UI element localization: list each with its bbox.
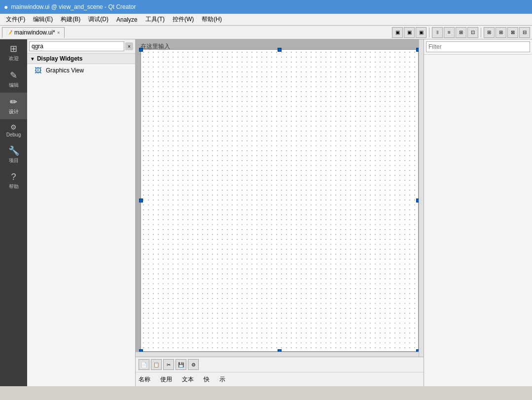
vscroll[interactable]: [419, 39, 424, 357]
sidebar-item-help[interactable]: ? 帮助: [0, 168, 27, 194]
tab-mainwindow[interactable]: 📝 mainwindow.ui* ×: [2, 27, 65, 38]
debug-icon: ⚙: [10, 123, 17, 131]
toolbar-btn-1[interactable]: ▣: [392, 27, 403, 38]
menu-edit[interactable]: 编辑(E): [29, 14, 57, 26]
sidebar-label-design: 设计: [9, 108, 19, 115]
titlebar: ● mainwindow.ui @ view_and_scene - Qt Cr…: [0, 0, 532, 14]
menu-help[interactable]: 帮助(H): [198, 14, 226, 26]
edit-icon: ✎: [10, 70, 17, 81]
bt-icon-2[interactable]: 📋: [151, 359, 162, 370]
title-text: mainwindow.ui @ view_and_scene - Qt Crea…: [11, 3, 136, 10]
tab-label: mainwindow.ui*: [14, 29, 55, 36]
sidebar-item-edit[interactable]: ✎ 编辑: [0, 66, 27, 93]
grid-icon: ⊞: [10, 43, 17, 54]
toolbar-btn-11[interactable]: ⊟: [519, 27, 530, 38]
bt-icon-4[interactable]: 💾: [176, 359, 186, 370]
col-text: 文本: [182, 375, 194, 384]
hscroll[interactable]: [136, 352, 419, 357]
handle-tc[interactable]: [278, 48, 282, 52]
col-use: 使用: [160, 375, 172, 384]
help-icon: ?: [11, 172, 16, 182]
toolbar-btn-4[interactable]: ⫴: [432, 27, 443, 38]
filter-input[interactable]: [426, 41, 530, 52]
sidebar-label-debug: Debug: [6, 132, 21, 137]
right-panel: [424, 39, 532, 386]
category-arrow-icon: ▼: [30, 56, 35, 62]
toolbar-btn-2[interactable]: ▣: [404, 27, 415, 38]
sidebar-item-welcome[interactable]: ⊞ 欢迎: [0, 39, 27, 66]
col-shortcut: 快: [204, 375, 210, 384]
sidebar-label-help: 帮助: [9, 183, 19, 190]
graphics-view-icon: 🖼: [33, 66, 43, 75]
bt-icon-5[interactable]: ⚙: [188, 359, 199, 370]
dot-grid: [141, 50, 418, 351]
widget-search-input[interactable]: [29, 41, 124, 51]
toolbar-btn-5[interactable]: ≡: [444, 27, 455, 38]
menu-tools[interactable]: 工具(T): [142, 14, 169, 26]
handle-ml[interactable]: [139, 199, 143, 202]
main-layout: ⊞ 欢迎 ✎ 编辑 ✏ 设计 ⚙ Debug 🔧 项目 ? 帮助 ×: [0, 39, 532, 386]
col-name: 名称: [139, 375, 150, 384]
title-icon: ●: [4, 3, 8, 11]
handle-tl[interactable]: [139, 48, 143, 52]
bottom-col-headers: 名称 使用 文本 快 示: [136, 372, 424, 386]
tab-bar: 📝 mainwindow.ui* × ▣ ▣ ▣ ⫴ ≡ ⊞ ⊡ ⊞ ⊞ ⊠ ⊟: [0, 26, 532, 39]
menu-build[interactable]: 构建(B): [57, 14, 84, 26]
col-show: 示: [219, 375, 225, 384]
search-bar: ×: [27, 39, 135, 54]
menubar: 文件(F) 编辑(E) 构建(B) 调试(D) Analyze 工具(T) 控件…: [0, 14, 532, 26]
menu-debug[interactable]: 调试(D): [84, 14, 112, 26]
wrench-icon: 🔧: [8, 145, 19, 156]
sidebar-item-project[interactable]: 🔧 项目: [0, 141, 27, 168]
toolbar-btn-8[interactable]: ⊞: [484, 27, 495, 38]
sidebar-label-project: 项目: [9, 157, 19, 164]
menu-controls[interactable]: 控件(W): [169, 14, 198, 26]
canvas-area: 在这里输入 改变对象名称...: [136, 39, 424, 386]
sidebar-label-welcome: 欢迎: [9, 55, 19, 62]
bt-icon-3[interactable]: ✂: [163, 359, 174, 370]
widget-category-display[interactable]: ▼ Display Widgets: [27, 54, 135, 64]
filter-bar: [424, 39, 532, 55]
left-sidebar: ⊞ 欢迎 ✎ 编辑 ✏ 设计 ⚙ Debug 🔧 项目 ? 帮助: [0, 39, 27, 386]
tab-close-btn[interactable]: ×: [57, 30, 60, 35]
widget-item-label: Graphics View: [46, 67, 84, 74]
toolbar-btn-7[interactable]: ⊡: [467, 27, 478, 38]
toolbar-btn-9[interactable]: ⊞: [496, 27, 506, 38]
design-icon: ✏: [10, 97, 17, 107]
sidebar-item-design[interactable]: ✏ 设计: [0, 93, 27, 119]
toolbar-btn-3[interactable]: ▣: [416, 27, 426, 38]
toolbar-btn-6[interactable]: ⊞: [456, 27, 466, 38]
design-canvas[interactable]: [141, 49, 419, 352]
menu-file[interactable]: 文件(F): [2, 14, 29, 26]
toolbar-btn-10[interactable]: ⊠: [507, 27, 518, 38]
bottom-toolbar-icons: 📄 📋 ✂ 💾 ⚙: [136, 357, 424, 372]
search-clear-btn[interactable]: ×: [125, 42, 133, 50]
bt-icon-1[interactable]: 📄: [139, 359, 149, 370]
menu-analyze[interactable]: Analyze: [112, 14, 142, 26]
widget-panel: × ▼ Display Widgets 🖼 Graphics View: [27, 39, 136, 386]
tab-icon: 📝: [6, 30, 12, 35]
sidebar-label-edit: 编辑: [9, 82, 19, 89]
bottom-toolbar: 📄 📋 ✂ 💾 ⚙ 名称 使用 文本 快 示: [136, 357, 424, 386]
widget-item-graphics-view[interactable]: 🖼 Graphics View: [27, 64, 135, 77]
sidebar-item-debug[interactable]: ⚙ Debug: [0, 119, 27, 141]
category-label: Display Widgets: [37, 55, 83, 62]
